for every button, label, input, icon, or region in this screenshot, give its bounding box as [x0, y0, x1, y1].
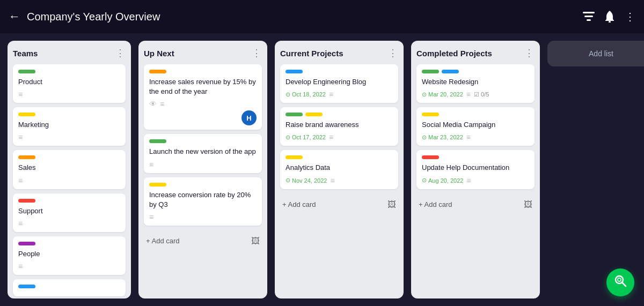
search-fab[interactable] [606, 268, 634, 296]
lines-icon[interactable]: ≡ [18, 219, 23, 228]
tag-orange [18, 155, 35, 159]
image-icon[interactable]: 🖼 [251, 236, 260, 246]
lines-icon[interactable]: ≡ [329, 133, 333, 141]
check-badge: ☑ 0/5 [474, 91, 489, 98]
add-list-button[interactable]: Add list [547, 41, 644, 66]
list-item: Support ≡ [13, 193, 126, 232]
clock-icon: ⊙ [286, 134, 290, 141]
list-item: Marketing ≡ [13, 107, 126, 146]
list-item: Increase conversion rate by 20% by Q3 ≡ [144, 177, 262, 226]
tag-green [18, 70, 35, 73]
card-label: Social Media Campaign [422, 120, 529, 130]
card-date: ⊙ Mar 23, 2022 [422, 134, 463, 141]
tag-blue [442, 70, 459, 73]
tag-red [18, 199, 35, 203]
clock-icon: ⊙ [286, 177, 290, 184]
card-label: Launch the new version of the app [149, 147, 257, 156]
lines-icon[interactable]: ≡ [18, 262, 23, 271]
svg-rect-1 [584, 16, 593, 17]
svg-rect-0 [583, 12, 595, 13]
list-item: Develop Engineering Blog ⊙ Oct 18, 2022 … [280, 64, 398, 103]
lines-icon[interactable]: ≡ [466, 90, 471, 99]
image-icon[interactable]: 🖼 [524, 200, 532, 210]
list-item: Launch the new version of the app ≡ [144, 134, 262, 173]
list-item: Sales ≡ [13, 150, 126, 189]
card-label: Increase conversion rate by 20% by Q3 [149, 190, 257, 210]
lines-icon[interactable]: ≡ [329, 90, 333, 99]
clock-icon: ⊙ [422, 91, 427, 98]
clock-icon: ⊙ [422, 177, 427, 184]
lines-icon[interactable]: ≡ [160, 100, 164, 108]
add-card-button[interactable]: + Add card [146, 237, 180, 245]
add-card-button[interactable]: + Add card [419, 200, 452, 208]
lines-icon[interactable]: ≡ [149, 213, 153, 221]
header-actions: ⋮ [583, 10, 635, 23]
tag-blue [18, 285, 35, 288]
tag-orange [149, 70, 166, 73]
list-item [13, 279, 126, 296]
lines-icon[interactable]: ≡ [466, 133, 471, 141]
card-label: People [18, 249, 120, 259]
card-date: ⊙ Oct 18, 2022 [286, 91, 326, 98]
svg-rect-2 [587, 19, 591, 21]
add-card-button[interactable]: + Add card [282, 200, 316, 208]
column-header-teams: Teams ⋮ [13, 47, 126, 59]
tag-yellow [149, 183, 166, 186]
more-options-icon[interactable]: ⋮ [625, 10, 635, 23]
tag-yellow [18, 113, 35, 116]
column-menu-current[interactable]: ⋮ [388, 47, 398, 59]
tag-green [286, 113, 303, 116]
back-button[interactable]: ← [9, 10, 20, 24]
eye-icon[interactable]: 👁 [149, 100, 157, 108]
column-title-teams: Teams [13, 49, 38, 58]
lines-icon[interactable]: ≡ [18, 90, 23, 99]
column-completed-projects: Completed Projects ⋮ Website Redesign ⊙ … [411, 41, 540, 298]
column-menu-up-next[interactable]: ⋮ [252, 47, 262, 59]
svg-point-3 [609, 21, 611, 23]
list-item: Social Media Campaign ⊙ Mar 23, 2022 ≡ [416, 107, 535, 146]
card-label: Marketing [18, 120, 120, 130]
list-item: Analytics Data ⊙ Nov 24, 2022 ≡ [280, 150, 398, 189]
add-card-section: + Add card 🖼 [280, 196, 398, 211]
board: Teams ⋮ Product ≡ Marketing ≡ Sales ≡ Su… [0, 33, 644, 306]
list-item: Increase sales revenue by 15% by the end… [144, 64, 262, 130]
lines-icon[interactable]: ≡ [466, 176, 471, 185]
column-menu-completed[interactable]: ⋮ [524, 47, 535, 59]
column-header-completed: Completed Projects ⋮ [416, 47, 535, 59]
column-teams: Teams ⋮ Product ≡ Marketing ≡ Sales ≡ Su… [8, 41, 131, 298]
bell-icon[interactable] [604, 11, 615, 23]
column-title-completed: Completed Projects [416, 49, 492, 58]
clock-icon: ⊙ [286, 91, 290, 98]
card-label: Develop Engineering Blog [286, 77, 393, 87]
image-icon[interactable]: 🖼 [387, 200, 396, 210]
list-item: Product ≡ [13, 64, 126, 103]
column-menu-teams[interactable]: ⋮ [115, 47, 126, 59]
add-card-section: + Add card 🖼 [144, 232, 262, 247]
tag-green [149, 139, 166, 143]
card-label: Sales [18, 163, 120, 173]
tag-yellow [305, 113, 323, 116]
list-item: Raise brand awareness ⊙ Oct 17, 2022 ≡ [280, 107, 398, 146]
tag-yellow [286, 155, 303, 159]
card-date: ⊙ Aug 20, 2022 [422, 177, 463, 184]
app-header: ← Company's Yearly Overview ⋮ [0, 0, 644, 33]
filter-icon[interactable] [583, 12, 595, 21]
add-card-section: + Add card 🖼 [416, 196, 535, 211]
tag-green [422, 70, 439, 73]
lines-icon[interactable]: ≡ [330, 176, 334, 185]
svg-point-6 [618, 278, 621, 281]
card-label: Support [18, 206, 120, 216]
lines-icon[interactable]: ≡ [18, 176, 23, 185]
card-label: Product [18, 77, 120, 87]
lines-icon[interactable]: ≡ [18, 133, 23, 141]
card-label: Website Redesign [422, 77, 529, 87]
avatar: H [241, 110, 257, 125]
tag-yellow [422, 113, 439, 116]
clock-icon: ⊙ [422, 134, 427, 141]
lines-icon[interactable]: ≡ [149, 160, 153, 169]
tag-red [422, 155, 439, 159]
list-item: Update Help Documentation ⊙ Aug 20, 2022… [416, 150, 535, 189]
card-date: ⊙ Oct 17, 2022 [286, 134, 326, 141]
page-title: Company's Yearly Overview [27, 11, 576, 23]
card-date: ⊙ Nov 24, 2022 [286, 177, 327, 184]
